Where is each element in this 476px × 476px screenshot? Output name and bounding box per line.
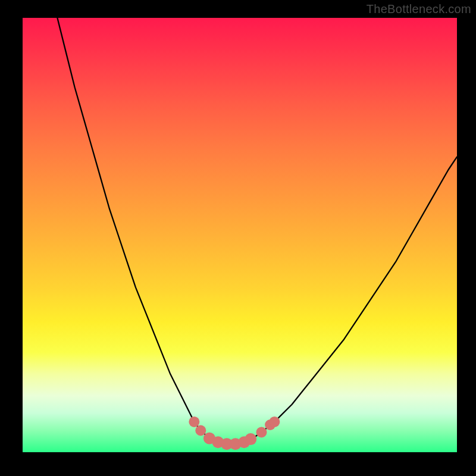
trough-marker — [245, 433, 256, 445]
plot-area — [23, 18, 457, 452]
watermark-label: TheBottleneck.com — [367, 2, 471, 16]
bottleneck-curve-chart — [23, 18, 457, 452]
chart-frame: TheBottleneck.com — [0, 0, 476, 476]
trough-marker — [189, 416, 199, 427]
trough-marker — [269, 416, 280, 427]
bottleneck-curve-path — [57, 18, 457, 444]
trough-marker — [195, 425, 206, 436]
trough-marker — [256, 427, 267, 437]
